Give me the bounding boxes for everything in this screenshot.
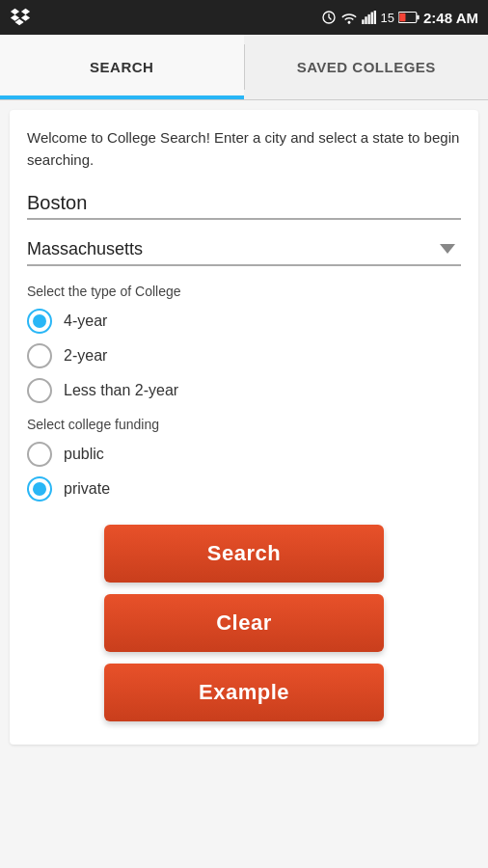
svg-rect-5 <box>373 11 375 24</box>
search-card: Welcome to College Search! Enter a city … <box>10 110 478 745</box>
battery-number: 15 <box>381 11 394 25</box>
svg-rect-8 <box>399 14 405 22</box>
clear-button[interactable]: Clear <box>104 594 384 652</box>
status-time: 2:48 AM <box>423 10 478 26</box>
wifi-icon <box>340 11 358 24</box>
college-type-group: 4-year 2-year Less than 2-year <box>27 309 461 403</box>
status-left <box>10 7 31 28</box>
status-bar: 15 2:48 AM <box>0 0 488 35</box>
tab-bar: SEARCH SAVED COLLEGES <box>0 35 488 100</box>
svg-rect-1 <box>362 19 364 24</box>
state-select[interactable]: AlabamaAlaskaArizonaArkansasCaliforniaCo… <box>27 233 461 264</box>
funding-group: public private <box>27 442 461 502</box>
search-button[interactable]: Search <box>104 525 384 583</box>
status-right: 15 2:48 AM <box>321 10 478 26</box>
radio-4year[interactable]: 4-year <box>27 309 461 334</box>
radio-circle-less2year <box>27 378 52 403</box>
radio-label-2year: 2-year <box>64 347 107 365</box>
battery-icon <box>398 11 420 24</box>
welcome-text: Welcome to College Search! Enter a city … <box>27 127 461 171</box>
tab-search[interactable]: SEARCH <box>0 35 244 99</box>
radio-circle-4year <box>27 309 52 334</box>
svg-rect-7 <box>417 15 419 20</box>
radio-label-less2year: Less than 2-year <box>64 382 178 399</box>
svg-rect-4 <box>370 13 372 24</box>
city-input[interactable] <box>27 188 461 220</box>
radio-circle-private <box>27 476 52 502</box>
radio-public[interactable]: public <box>27 442 461 467</box>
funding-label: Select college funding <box>27 417 461 432</box>
signal-icon <box>362 11 377 24</box>
radio-private[interactable]: private <box>27 476 461 502</box>
clock-icon <box>321 10 337 25</box>
state-select-wrapper: AlabamaAlaskaArizonaArkansasCaliforniaCo… <box>27 233 461 266</box>
svg-rect-2 <box>365 16 366 24</box>
radio-dot-private <box>33 482 46 496</box>
radio-less2year[interactable]: Less than 2-year <box>27 378 461 403</box>
tab-saved-colleges[interactable]: SAVED COLLEGES <box>245 35 489 99</box>
radio-circle-2year <box>27 343 52 368</box>
radio-dot-4year <box>33 314 46 328</box>
buttons-area: Search Clear Example <box>27 525 461 721</box>
radio-label-public: public <box>64 446 104 463</box>
radio-label-4year: 4-year <box>64 312 107 330</box>
college-type-label: Select the type of College <box>27 284 461 299</box>
radio-2year[interactable]: 2-year <box>27 343 461 368</box>
main-content: Welcome to College Search! Enter a city … <box>0 100 488 868</box>
dropbox-icon <box>10 7 31 28</box>
radio-circle-public <box>27 442 52 467</box>
svg-rect-3 <box>367 14 369 24</box>
example-button[interactable]: Example <box>104 664 384 721</box>
radio-label-private: private <box>64 480 110 498</box>
